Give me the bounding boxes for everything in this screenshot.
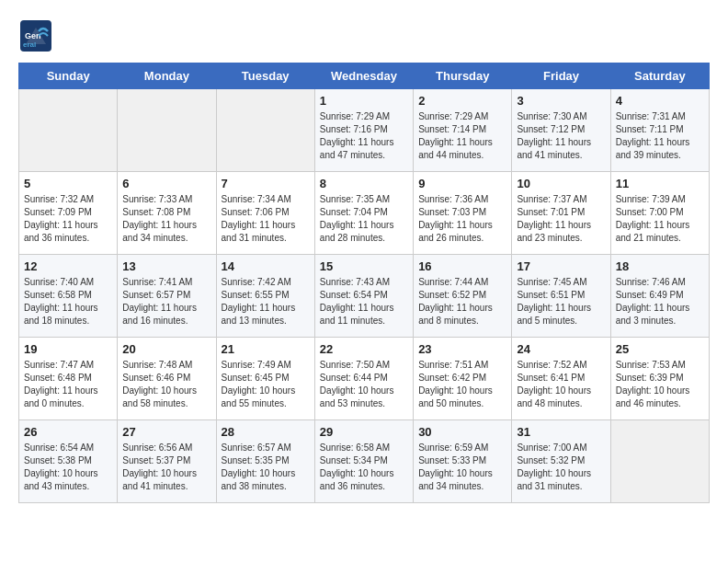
day-info: Sunrise: 7:29 AM Sunset: 7:14 PM Dayligh…: [418, 110, 506, 162]
empty-day-cell: [216, 89, 314, 172]
day-number: 23: [418, 342, 506, 356]
day-number: 28: [222, 425, 310, 439]
day-number: 13: [122, 259, 210, 273]
calendar-day-20: 20Sunrise: 7:48 AM Sunset: 6:46 PM Dayli…: [118, 338, 216, 420]
calendar-day-3: 3Sunrise: 7:30 AM Sunset: 7:12 PM Daylig…: [512, 89, 610, 172]
day-info: Sunrise: 7:31 AM Sunset: 7:11 PM Dayligh…: [616, 110, 704, 162]
weekday-header-tuesday: Tuesday: [216, 63, 314, 89]
calendar-day-18: 18Sunrise: 7:46 AM Sunset: 6:49 PM Dayli…: [610, 255, 709, 338]
empty-day-cell: [610, 420, 709, 503]
day-number: 24: [517, 342, 605, 356]
weekday-header-row: SundayMondayTuesdayWednesdayThursdayFrid…: [19, 63, 710, 89]
day-number: 14: [222, 259, 310, 273]
calendar-day-2: 2Sunrise: 7:29 AM Sunset: 7:14 PM Daylig…: [414, 89, 512, 172]
day-number: 11: [616, 177, 704, 190]
day-number: 21: [222, 342, 310, 356]
calendar-day-13: 13Sunrise: 7:41 AM Sunset: 6:57 PM Dayli…: [118, 255, 216, 338]
day-info: Sunrise: 7:33 AM Sunset: 7:08 PM Dayligh…: [122, 193, 210, 245]
calendar-day-24: 24Sunrise: 7:52 AM Sunset: 6:41 PM Dayli…: [512, 338, 610, 420]
calendar-day-17: 17Sunrise: 7:45 AM Sunset: 6:51 PM Dayli…: [512, 255, 610, 338]
day-info: Sunrise: 7:46 AM Sunset: 6:49 PM Dayligh…: [616, 276, 704, 327]
svg-text:Gen: Gen: [25, 31, 41, 40]
calendar-table: SundayMondayTuesdayWednesdayThursdayFrid…: [18, 63, 710, 503]
empty-day-cell: [19, 89, 118, 172]
day-number: 8: [320, 177, 408, 190]
calendar-day-31: 31Sunrise: 7:00 AM Sunset: 5:32 PM Dayli…: [512, 420, 610, 503]
day-number: 9: [418, 177, 506, 190]
calendar-day-14: 14Sunrise: 7:42 AM Sunset: 6:55 PM Dayli…: [216, 255, 314, 338]
day-info: Sunrise: 7:52 AM Sunset: 6:41 PM Dayligh…: [517, 359, 605, 410]
day-info: Sunrise: 7:40 AM Sunset: 6:58 PM Dayligh…: [24, 276, 112, 327]
calendar-day-19: 19Sunrise: 7:47 AM Sunset: 6:48 PM Dayli…: [19, 338, 118, 420]
svg-text:eral: eral: [23, 40, 36, 49]
day-info: Sunrise: 7:34 AM Sunset: 7:06 PM Dayligh…: [222, 193, 310, 245]
calendar-day-28: 28Sunrise: 6:57 AM Sunset: 5:35 PM Dayli…: [216, 420, 314, 503]
calendar-day-16: 16Sunrise: 7:44 AM Sunset: 6:52 PM Dayli…: [414, 255, 512, 338]
calendar-day-8: 8Sunrise: 7:35 AM Sunset: 7:04 PM Daylig…: [314, 172, 413, 255]
day-info: Sunrise: 7:43 AM Sunset: 6:54 PM Dayligh…: [320, 276, 408, 327]
empty-day-cell: [118, 89, 216, 172]
day-number: 12: [24, 259, 112, 273]
day-info: Sunrise: 7:36 AM Sunset: 7:03 PM Dayligh…: [418, 193, 506, 245]
calendar-day-1: 1Sunrise: 7:29 AM Sunset: 7:16 PM Daylig…: [314, 89, 413, 172]
day-info: Sunrise: 6:56 AM Sunset: 5:37 PM Dayligh…: [122, 442, 210, 493]
calendar-day-12: 12Sunrise: 7:40 AM Sunset: 6:58 PM Dayli…: [19, 255, 118, 338]
calendar-day-30: 30Sunrise: 6:59 AM Sunset: 5:33 PM Dayli…: [414, 420, 512, 503]
day-number: 22: [320, 342, 408, 356]
page-header: Gen eral: [18, 18, 710, 53]
calendar-day-9: 9Sunrise: 7:36 AM Sunset: 7:03 PM Daylig…: [414, 172, 512, 255]
day-info: Sunrise: 6:58 AM Sunset: 5:34 PM Dayligh…: [320, 442, 408, 493]
day-info: Sunrise: 7:51 AM Sunset: 6:42 PM Dayligh…: [418, 359, 506, 410]
calendar-week-3: 12Sunrise: 7:40 AM Sunset: 6:58 PM Dayli…: [19, 255, 710, 338]
calendar-day-21: 21Sunrise: 7:49 AM Sunset: 6:45 PM Dayli…: [216, 338, 314, 420]
day-info: Sunrise: 7:49 AM Sunset: 6:45 PM Dayligh…: [222, 359, 310, 410]
calendar-week-2: 5Sunrise: 7:32 AM Sunset: 7:09 PM Daylig…: [19, 172, 710, 255]
day-number: 1: [320, 94, 408, 108]
day-info: Sunrise: 7:30 AM Sunset: 7:12 PM Dayligh…: [517, 110, 605, 162]
calendar-day-7: 7Sunrise: 7:34 AM Sunset: 7:06 PM Daylig…: [216, 172, 314, 255]
calendar-day-4: 4Sunrise: 7:31 AM Sunset: 7:11 PM Daylig…: [610, 89, 709, 172]
day-info: Sunrise: 6:57 AM Sunset: 5:35 PM Dayligh…: [222, 442, 310, 493]
calendar-day-26: 26Sunrise: 6:54 AM Sunset: 5:38 PM Dayli…: [19, 420, 118, 503]
day-info: Sunrise: 7:45 AM Sunset: 6:51 PM Dayligh…: [517, 276, 605, 327]
day-number: 15: [320, 259, 408, 273]
day-info: Sunrise: 7:29 AM Sunset: 7:16 PM Dayligh…: [320, 110, 408, 162]
calendar-day-22: 22Sunrise: 7:50 AM Sunset: 6:44 PM Dayli…: [314, 338, 413, 420]
day-info: Sunrise: 7:50 AM Sunset: 6:44 PM Dayligh…: [320, 359, 408, 410]
day-number: 5: [24, 177, 112, 190]
day-number: 19: [24, 342, 112, 356]
logo-icon: Gen eral: [18, 18, 53, 53]
day-number: 2: [418, 94, 506, 108]
calendar-day-25: 25Sunrise: 7:53 AM Sunset: 6:39 PM Dayli…: [610, 338, 709, 420]
day-number: 25: [616, 342, 704, 356]
day-info: Sunrise: 7:35 AM Sunset: 7:04 PM Dayligh…: [320, 193, 408, 245]
day-info: Sunrise: 7:00 AM Sunset: 5:32 PM Dayligh…: [517, 442, 605, 493]
day-number: 20: [122, 342, 210, 356]
day-info: Sunrise: 7:48 AM Sunset: 6:46 PM Dayligh…: [122, 359, 210, 410]
weekday-header-thursday: Thursday: [414, 63, 512, 89]
calendar-day-15: 15Sunrise: 7:43 AM Sunset: 6:54 PM Dayli…: [314, 255, 413, 338]
day-number: 3: [517, 94, 605, 108]
day-info: Sunrise: 6:59 AM Sunset: 5:33 PM Dayligh…: [418, 442, 506, 493]
weekday-header-sunday: Sunday: [19, 63, 118, 89]
day-info: Sunrise: 7:42 AM Sunset: 6:55 PM Dayligh…: [222, 276, 310, 327]
day-number: 26: [24, 425, 112, 439]
calendar-day-29: 29Sunrise: 6:58 AM Sunset: 5:34 PM Dayli…: [314, 420, 413, 503]
day-info: Sunrise: 7:47 AM Sunset: 6:48 PM Dayligh…: [24, 359, 112, 410]
calendar-week-1: 1Sunrise: 7:29 AM Sunset: 7:16 PM Daylig…: [19, 89, 710, 172]
day-number: 17: [517, 259, 605, 273]
day-number: 16: [418, 259, 506, 273]
calendar-day-27: 27Sunrise: 6:56 AM Sunset: 5:37 PM Dayli…: [118, 420, 216, 503]
calendar-week-5: 26Sunrise: 6:54 AM Sunset: 5:38 PM Dayli…: [19, 420, 710, 503]
day-number: 18: [616, 259, 704, 273]
day-info: Sunrise: 6:54 AM Sunset: 5:38 PM Dayligh…: [24, 442, 112, 493]
day-number: 29: [320, 425, 408, 439]
calendar-week-4: 19Sunrise: 7:47 AM Sunset: 6:48 PM Dayli…: [19, 338, 710, 420]
day-number: 10: [517, 177, 605, 190]
day-number: 7: [222, 177, 310, 190]
calendar-day-6: 6Sunrise: 7:33 AM Sunset: 7:08 PM Daylig…: [118, 172, 216, 255]
day-number: 27: [122, 425, 210, 439]
calendar-day-11: 11Sunrise: 7:39 AM Sunset: 7:00 PM Dayli…: [610, 172, 709, 255]
logo: Gen eral: [18, 18, 57, 53]
calendar-day-23: 23Sunrise: 7:51 AM Sunset: 6:42 PM Dayli…: [414, 338, 512, 420]
